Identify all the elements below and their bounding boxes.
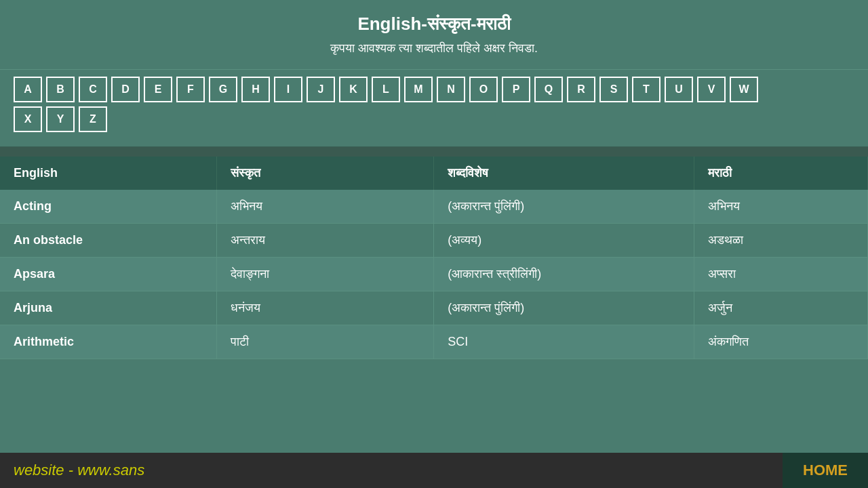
table-cell-r2-c2: (आकारान्त स्त्रीलिंगी)	[434, 258, 694, 291]
table-cell-r2-c0: Apsara	[0, 258, 217, 291]
footer: website - www.sans HOME	[0, 453, 868, 488]
alphabet-section: ABCDEFGHIJKLMNOPQRSTUVW XYZ	[0, 69, 868, 147]
alpha-btn-H[interactable]: H	[241, 77, 270, 102]
alpha-btn-V[interactable]: V	[697, 77, 726, 102]
table-cell-r4-c3: अंकगणित	[694, 325, 868, 359]
alpha-btn-T[interactable]: T	[632, 77, 660, 102]
table-cell-r0-c3: अभिनय	[694, 190, 868, 224]
table-row: An obstacleअन्तराय(अव्यय)अडथळा	[0, 224, 868, 258]
alpha-btn-M[interactable]: M	[404, 77, 433, 102]
alpha-btn-O[interactable]: O	[469, 77, 498, 102]
table-cell-r2-c3: अप्सरा	[694, 258, 868, 291]
subtitle: कृपया आवश्यक त्या शब्दातील पहिले अक्षर न…	[20, 41, 848, 56]
table-section: English संस्कृत शब्दविशेष मराठी Actingअभ…	[0, 157, 868, 359]
table-cell-r1-c1: अन्तराय	[217, 224, 434, 258]
table-cell-r4-c1: पाटी	[217, 325, 434, 359]
alpha-btn-D[interactable]: D	[111, 77, 140, 102]
alpha-btn-S[interactable]: S	[599, 77, 628, 102]
alpha-btn-N[interactable]: N	[437, 77, 465, 102]
table-header: English संस्कृत शब्दविशेष मराठी	[0, 157, 868, 190]
alpha-btn-P[interactable]: P	[502, 77, 530, 102]
home-button[interactable]: HOME	[783, 453, 868, 488]
table-cell-r1-c3: अडथळा	[694, 224, 868, 258]
table-cell-r0-c2: (अकारान्त पुंलिंगी)	[434, 190, 694, 224]
table-cell-r1-c2: (अव्यय)	[434, 224, 694, 258]
alpha-btn-E[interactable]: E	[144, 77, 172, 102]
table-cell-r3-c3: अर्जुन	[694, 291, 868, 325]
header-section: English-संस्कृत-मराठी कृपया आवश्यक त्या …	[0, 0, 868, 69]
section-gap	[0, 147, 868, 157]
dictionary-table: English संस्कृत शब्दविशेष मराठी Actingअभ…	[0, 157, 868, 359]
col-header-shabdavishesh: शब्दविशेष	[434, 157, 694, 190]
main-title: English-संस्कृत-मराठी	[20, 14, 848, 35]
table-row: Actingअभिनय(अकारान्त पुंलिंगी)अभिनय	[0, 190, 868, 224]
table-cell-r4-c2: SCI	[434, 325, 694, 359]
alpha-btn-F[interactable]: F	[176, 77, 205, 102]
alpha-btn-I[interactable]: I	[274, 77, 302, 102]
alpha-btn-Y[interactable]: Y	[46, 106, 75, 132]
alpha-btn-Z[interactable]: Z	[79, 106, 107, 132]
table-row: Arjunaधनंजय(अकारान्त पुंलिंगी)अर्जुन	[0, 291, 868, 325]
table-cell-r3-c2: (अकारान्त पुंलिंगी)	[434, 291, 694, 325]
alpha-btn-L[interactable]: L	[372, 77, 400, 102]
table-cell-r4-c0: Arithmetic	[0, 325, 217, 359]
table-cell-r3-c0: Arjuna	[0, 291, 217, 325]
alpha-btn-A[interactable]: A	[14, 77, 42, 102]
col-header-english: English	[0, 157, 217, 190]
alpha-btn-K[interactable]: K	[339, 77, 368, 102]
alpha-btn-J[interactable]: J	[307, 77, 335, 102]
alphabet-row-2: XYZ	[14, 106, 854, 132]
table-body: Actingअभिनय(अकारान्त पुंलिंगी)अभिनयAn ob…	[0, 190, 868, 359]
alpha-btn-C[interactable]: C	[79, 77, 107, 102]
alpha-btn-G[interactable]: G	[209, 77, 237, 102]
table-row: Apsaraदेवाङ्गना(आकारान्त स्त्रीलिंगी)अप्…	[0, 258, 868, 291]
col-header-sanskrit: संस्कृत	[217, 157, 434, 190]
alphabet-row-1: ABCDEFGHIJKLMNOPQRSTUVW	[14, 77, 854, 102]
table-cell-r0-c0: Acting	[0, 190, 217, 224]
table-cell-r2-c1: देवाङ्गना	[217, 258, 434, 291]
alpha-btn-X[interactable]: X	[14, 106, 42, 132]
table-cell-r3-c1: धनंजय	[217, 291, 434, 325]
table-cell-r1-c0: An obstacle	[0, 224, 217, 258]
table-row: ArithmeticपाटीSCIअंकगणित	[0, 325, 868, 359]
alpha-btn-W[interactable]: W	[730, 77, 758, 102]
table-cell-r0-c1: अभिनय	[217, 190, 434, 224]
alpha-btn-Q[interactable]: Q	[534, 77, 563, 102]
alpha-btn-B[interactable]: B	[46, 77, 75, 102]
col-header-marathi: मराठी	[694, 157, 868, 190]
website-text: website - www.sans	[14, 462, 144, 479]
alpha-btn-U[interactable]: U	[665, 77, 693, 102]
alpha-btn-R[interactable]: R	[567, 77, 595, 102]
